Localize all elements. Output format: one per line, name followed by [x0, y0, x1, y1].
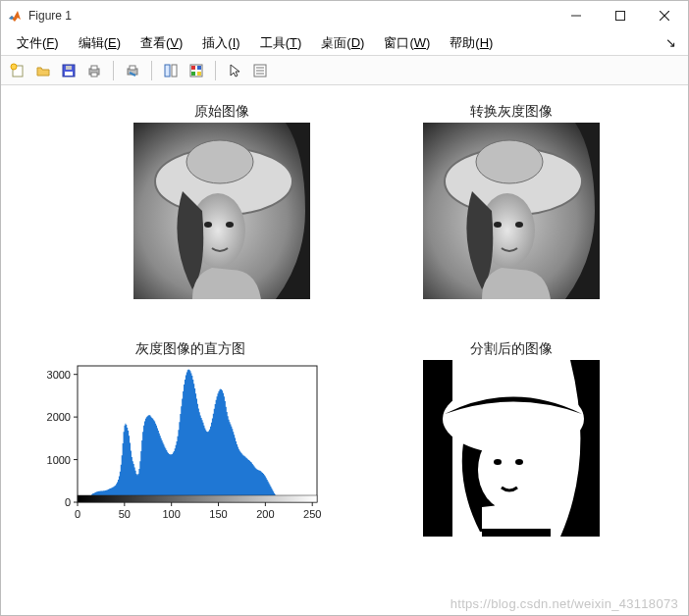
- new-figure-button[interactable]: [7, 60, 28, 81]
- print-preview-button[interactable]: [122, 60, 143, 81]
- close-button[interactable]: [642, 2, 686, 29]
- svg-rect-13: [130, 66, 135, 70]
- svg-point-5: [11, 64, 17, 70]
- watermark-text: https://blog.csdn.net/weixin_43118073: [450, 596, 678, 611]
- insert-legend-button[interactable]: [249, 60, 271, 81]
- subplot-original-image: 原始图像: [133, 103, 310, 299]
- svg-rect-14: [165, 65, 170, 77]
- svg-text:250: 250: [303, 508, 321, 520]
- svg-rect-7: [65, 72, 73, 76]
- svg-text:50: 50: [119, 508, 131, 520]
- toolbar: [1, 56, 688, 85]
- lena-gray-icon: [133, 123, 310, 299]
- figure-canvas[interactable]: 原始图像: [1, 85, 688, 615]
- svg-rect-58: [78, 495, 317, 502]
- menu-help[interactable]: 帮助(H): [440, 32, 503, 54]
- menu-file[interactable]: 文件(F): [7, 32, 69, 54]
- menu-view[interactable]: 查看(V): [131, 32, 192, 54]
- axes-image[interactable]: [133, 123, 310, 299]
- lena-binary-icon: [423, 360, 600, 537]
- svg-rect-10: [91, 66, 97, 70]
- menubar: 文件(F) 编辑(E) 查看(V) 插入(I) 工具(T) 桌面(D) 窗口(W…: [1, 30, 688, 56]
- svg-rect-17: [191, 66, 195, 70]
- svg-point-27: [186, 140, 253, 183]
- svg-text:3000: 3000: [47, 369, 71, 381]
- svg-rect-11: [91, 73, 97, 77]
- axes-image[interactable]: [423, 123, 600, 299]
- window-title: Figure 1: [28, 9, 554, 23]
- subplot-title: 分割后的图像: [423, 340, 600, 358]
- save-button[interactable]: [58, 60, 80, 81]
- svg-rect-60: [423, 360, 452, 537]
- svg-text:100: 100: [163, 508, 181, 520]
- subplot-histogram: 灰度图像的直方图 0100020003000050100150200250: [38, 340, 343, 532]
- menu-insert[interactable]: 插入(I): [192, 32, 249, 54]
- pointer-button[interactable]: [224, 60, 245, 81]
- titlebar[interactable]: Figure 1: [1, 1, 688, 30]
- subplot-gray-image: 转换灰度图像: [423, 103, 600, 299]
- maximize-button[interactable]: [598, 2, 642, 29]
- svg-point-29: [204, 222, 212, 228]
- svg-point-30: [226, 222, 234, 228]
- histogram-plot: 0100020003000050100150200250: [38, 360, 323, 532]
- svg-point-62: [478, 431, 537, 509]
- svg-text:0: 0: [65, 496, 71, 508]
- menu-window[interactable]: 窗口(W): [374, 32, 440, 54]
- colorbar-button[interactable]: [186, 60, 207, 81]
- svg-rect-18: [197, 66, 201, 70]
- svg-rect-15: [172, 65, 177, 77]
- menu-desktop[interactable]: 桌面(D): [311, 32, 374, 54]
- dock-arrow-icon[interactable]: ↘: [665, 35, 682, 50]
- subplot-title: 转换灰度图像: [423, 103, 600, 121]
- svg-rect-20: [197, 72, 201, 76]
- open-button[interactable]: [32, 60, 54, 81]
- link-axes-button[interactable]: [160, 60, 182, 81]
- lena-gray-icon: [423, 123, 600, 299]
- svg-point-36: [515, 222, 523, 228]
- svg-rect-1: [615, 12, 624, 21]
- minimize-button[interactable]: [554, 2, 598, 29]
- svg-text:0: 0: [75, 508, 80, 520]
- subplot-title: 原始图像: [133, 103, 310, 121]
- subplot-title: 灰度图像的直方图: [38, 340, 343, 358]
- svg-rect-19: [191, 72, 195, 76]
- figure-window: Figure 1 文件(F) 编辑(E) 查看(V) 插入(I) 工具(T) 桌…: [0, 0, 689, 616]
- svg-text:2000: 2000: [47, 411, 71, 423]
- subplot-segmented-image: 分割后的图像: [423, 340, 600, 537]
- matlab-logo-icon: [7, 8, 23, 24]
- svg-point-64: [515, 459, 523, 465]
- axes-image[interactable]: [423, 360, 600, 537]
- svg-text:200: 200: [256, 508, 274, 520]
- svg-text:1000: 1000: [47, 454, 71, 466]
- svg-point-35: [494, 222, 502, 228]
- svg-rect-8: [66, 66, 72, 70]
- svg-point-63: [494, 459, 502, 465]
- axes-histogram[interactable]: 0100020003000050100150200250: [38, 360, 323, 532]
- menu-tools[interactable]: 工具(T): [250, 32, 312, 54]
- svg-rect-65: [482, 529, 551, 537]
- print-button[interactable]: [83, 60, 105, 81]
- svg-text:150: 150: [209, 508, 227, 520]
- svg-point-33: [476, 140, 543, 183]
- menu-edit[interactable]: 编辑(E): [69, 32, 131, 54]
